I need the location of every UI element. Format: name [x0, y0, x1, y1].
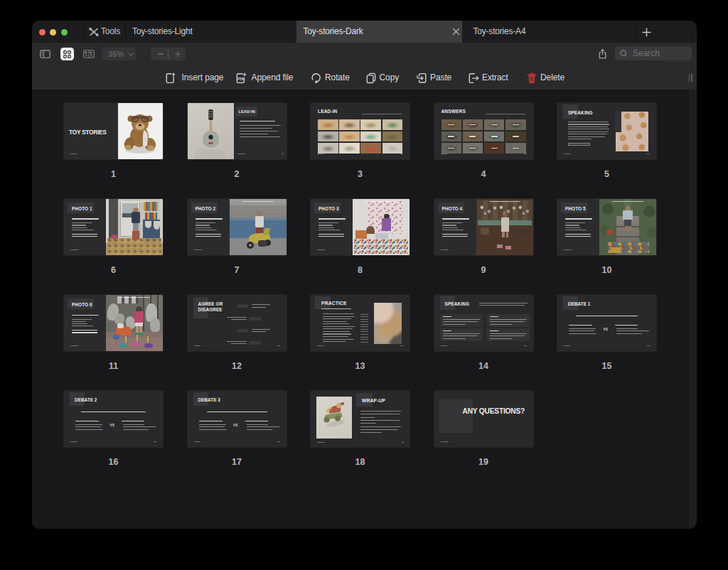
svg-text:PDF: PDF [238, 77, 245, 81]
